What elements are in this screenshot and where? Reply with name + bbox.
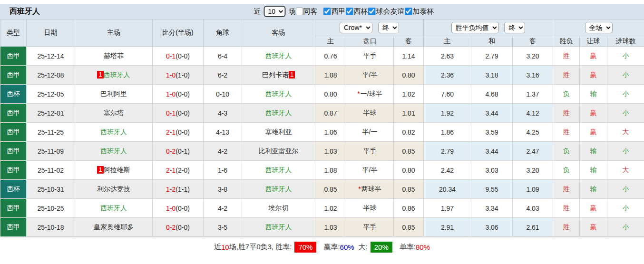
bookmaker-select[interactable]: Crow* bbox=[340, 22, 372, 33]
single-rate: 80% bbox=[416, 243, 430, 251]
win-odds-rate: 60% bbox=[340, 243, 354, 251]
scope-select[interactable]: 全场 bbox=[585, 22, 613, 33]
away-team-name: 西班牙人 bbox=[265, 109, 292, 117]
wdl-result-cell: 负 bbox=[553, 161, 580, 180]
crown-away-odds: 0.85 bbox=[394, 142, 424, 161]
match-row: 西甲 25-11-25 西班牙人 2-1(0-0) 4-13 塞维利亚 1.06… bbox=[0, 123, 644, 142]
score-cell: 1-0(0-0) bbox=[153, 85, 204, 104]
match-date: 25-10-25 bbox=[27, 199, 75, 218]
col-header-score: 比分(半场) bbox=[153, 20, 204, 47]
crown-home-odds: 0.87 bbox=[315, 104, 346, 123]
league-type-badge: 西甲 bbox=[0, 66, 27, 85]
goals-result: 大 bbox=[623, 166, 629, 174]
corner-count: 1-6 bbox=[204, 161, 242, 180]
avg-select[interactable]: 胜平负均值 bbox=[451, 22, 499, 33]
halftime-score: (0-0) bbox=[176, 109, 190, 117]
liga-checkbox[interactable] bbox=[323, 8, 331, 15]
score-cell: 0-2(0-0) bbox=[153, 218, 204, 237]
league-type-badge: 西甲 bbox=[0, 161, 27, 180]
halftime-score: (0-0) bbox=[176, 128, 190, 136]
handicap-result-cell: 输 bbox=[580, 85, 607, 104]
crown-away-odds: 1.14 bbox=[394, 47, 424, 66]
crown-away-odds: 0.86 bbox=[394, 199, 424, 218]
home-team-name: 阿拉维斯 bbox=[104, 166, 130, 174]
wdl-result: 负 bbox=[563, 166, 570, 174]
handicap-value: 平/半 bbox=[362, 71, 378, 78]
handicap-result: 输 bbox=[590, 147, 597, 155]
corner-count: 6-4 bbox=[204, 47, 242, 66]
match-date: 25-11-09 bbox=[27, 142, 75, 161]
halftime-score: (0-0) bbox=[176, 224, 190, 231]
match-date: 25-10-31 bbox=[27, 180, 75, 199]
goals-result: 小 bbox=[623, 223, 629, 231]
score-cell: 1-0(1-0) bbox=[153, 66, 204, 85]
crown-home-odds: 1.02 bbox=[315, 199, 346, 218]
single-label: 单率: bbox=[400, 243, 416, 252]
same-away-checkbox[interactable] bbox=[296, 8, 303, 15]
home-red-card-badge: 1 bbox=[97, 71, 103, 78]
away-team-name: 比利亚雷亚尔 bbox=[259, 147, 299, 155]
home-red-card-badge: 1 bbox=[97, 166, 103, 174]
corner-count: 4-2 bbox=[204, 142, 242, 161]
win-odds-label: 赢率: bbox=[323, 243, 340, 252]
wdl-result-cell: 胜 bbox=[553, 180, 580, 199]
wdl-result-cell: 胜 bbox=[553, 104, 580, 123]
match-row: 西甲 25-10-25 西班牙人 1-0(0-0) 4-2 埃尔切 1.02 半… bbox=[0, 199, 644, 218]
league-type-badge: 西甲 bbox=[0, 218, 27, 237]
crown-home-odds: 1.03 bbox=[315, 218, 346, 237]
avg-away-odds: 3.20 bbox=[513, 47, 553, 66]
friendly-checkbox[interactable] bbox=[368, 8, 376, 15]
match-date: 25-12-14 bbox=[27, 47, 75, 66]
crown-home-odds: 1.08 bbox=[315, 66, 346, 85]
score-cell: 0-1(0-0) bbox=[153, 47, 204, 66]
away-team-name: 西班牙人 bbox=[265, 166, 292, 174]
match-row: 西甲 25-11-02 1阿拉维斯 2-1(2-0) 1-6 西班牙人 1.08… bbox=[0, 161, 644, 180]
fulltime-score: 1-0 bbox=[166, 71, 176, 79]
match-row: 西甲 25-12-08 1西班牙人 1-0(1-0) 6-2 巴列卡诺1 1.0… bbox=[0, 66, 644, 85]
away-team-name: 西班牙人 bbox=[265, 90, 292, 98]
wdl-result-cell: 胜 bbox=[553, 66, 580, 85]
away-team-cell: 西班牙人 bbox=[242, 180, 315, 199]
avg-away-odds: 1.09 bbox=[513, 180, 553, 199]
goals-result-cell: 小 bbox=[607, 66, 644, 85]
match-date: 25-12-01 bbox=[27, 104, 75, 123]
crown-home-odds: 0.80 bbox=[315, 85, 346, 104]
sub-header-handicap-result: 让球 bbox=[580, 36, 607, 47]
crown-away-odds: 1.02 bbox=[394, 85, 424, 104]
score-cell: 1-2(1-1) bbox=[153, 180, 204, 199]
catalan-checkbox[interactable] bbox=[405, 8, 412, 15]
avg-time-select[interactable]: 终 bbox=[504, 22, 525, 33]
match-date: 25-10-18 bbox=[27, 218, 75, 237]
sub-header-crown-home: 主 bbox=[315, 36, 346, 47]
crown-home-odds: 0.76 bbox=[315, 47, 346, 66]
home-team-name: 西班牙人 bbox=[104, 71, 130, 78]
crown-home-odds: 0.85 bbox=[315, 180, 346, 199]
home-team-name: 利尔达竞技 bbox=[97, 185, 130, 193]
win-rate-badge: 70% bbox=[294, 242, 316, 253]
avg-home-odds: 2.63 bbox=[424, 47, 471, 66]
handicap-cell: 平/半 bbox=[346, 66, 394, 85]
filter-controls: 近 10 场 同客 西甲 西杯 球会友谊 加泰杯 bbox=[254, 6, 434, 17]
wdl-result-cell: 胜 bbox=[553, 199, 580, 218]
handicap-result-cell: 赢 bbox=[580, 47, 607, 66]
avg-away-odds: 4.12 bbox=[513, 104, 553, 123]
home-team-cell: 巴利阿里 bbox=[75, 85, 153, 104]
avg-away-odds: 1.37 bbox=[513, 85, 553, 104]
handicap-result-cell: 输 bbox=[580, 142, 607, 161]
fulltime-score: 1-0 bbox=[166, 90, 176, 98]
away-team-cell: 埃尔切 bbox=[242, 199, 315, 218]
summary-count: 10 bbox=[221, 243, 229, 251]
halftime-score: (0-0) bbox=[176, 90, 190, 98]
away-red-card-badge: 1 bbox=[289, 71, 295, 78]
league-filter-liga: 西甲 bbox=[323, 7, 346, 16]
col-header-type: 类型 bbox=[0, 20, 27, 47]
avg-home-odds: 2.91 bbox=[424, 218, 471, 237]
home-team-name: 赫塔菲 bbox=[104, 52, 124, 59]
cup-checkbox[interactable] bbox=[346, 8, 353, 15]
wdl-result: 胜 bbox=[563, 223, 570, 231]
sub-header-goals: 进球数 bbox=[607, 36, 644, 47]
bookmaker-time-select[interactable]: 终 bbox=[378, 22, 399, 33]
handicap-result: 赢 bbox=[590, 128, 597, 136]
recent-count-select[interactable]: 10 bbox=[264, 6, 286, 17]
handicap-value: 平手 bbox=[363, 52, 377, 59]
